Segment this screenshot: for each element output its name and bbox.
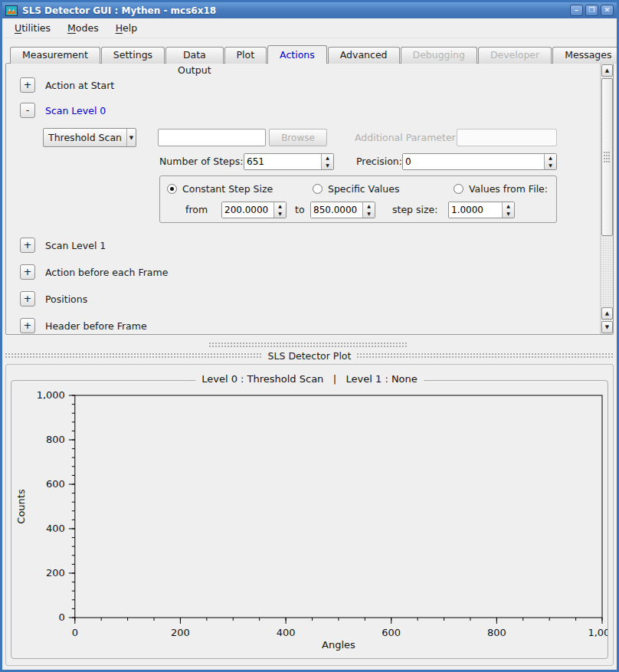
radio-label: Values from File:: [469, 183, 548, 195]
spin-down-icon[interactable]: ▼: [322, 162, 333, 169]
svg-text:200: 200: [46, 567, 65, 579]
spin-up-icon[interactable]: ▲: [503, 202, 514, 210]
svg-text:800: 800: [46, 434, 65, 445]
spin-down-icon[interactable]: ▼: [545, 162, 556, 169]
splitter-handle[interactable]: SLS Detector Plot: [2, 335, 617, 364]
expand-button[interactable]: +: [20, 77, 35, 93]
to-input[interactable]: [311, 202, 362, 218]
step-size-input[interactable]: [449, 202, 502, 218]
app-window: SLS Detector GUI : Mythen - mcs6x18 – ❐ …: [0, 0, 619, 672]
svg-text:800: 800: [487, 627, 506, 638]
tab-data-output[interactable]: Data Output: [165, 47, 223, 64]
tab-settings[interactable]: Settings: [101, 47, 165, 64]
plot-groupbox: Level 0 : Threshold Scan | Level 1 : Non…: [11, 380, 608, 659]
maximize-button[interactable]: ❐: [585, 5, 598, 16]
number-of-steps-input[interactable]: [244, 154, 321, 169]
svg-text:1,000: 1,000: [588, 627, 608, 638]
spin-up-icon[interactable]: ▲: [322, 154, 333, 162]
menu-utilities[interactable]: Utilities: [7, 20, 58, 36]
actions-tab-panel: + Action at Start - Scan Level 0 Thresho…: [5, 63, 614, 335]
section-label: Scan Level 0: [45, 105, 106, 116]
tab-debugging: Debugging: [401, 47, 477, 64]
to-label: to: [295, 202, 305, 218]
section-scan-level-1: + Scan Level 1: [20, 238, 106, 253]
spin-up-icon[interactable]: ▲: [545, 154, 556, 162]
tab-actions[interactable]: Actions: [267, 45, 327, 64]
section-action-at-start: + Action at Start: [20, 77, 114, 93]
spin-up-icon[interactable]: ▲: [274, 202, 286, 210]
radio-constant-step-size[interactable]: Constant Step Size: [167, 182, 273, 195]
browse-button: Browse: [269, 129, 327, 146]
minimize-button[interactable]: –: [570, 5, 583, 16]
radio-icon: [313, 184, 323, 194]
svg-text:0: 0: [59, 611, 65, 623]
svg-text:0: 0: [72, 627, 78, 638]
splitter-texture-right: [357, 353, 614, 359]
radio-specific-values[interactable]: Specific Values: [313, 182, 399, 195]
plot-panel: Level 0 : Threshold Scan | Level 1 : Non…: [5, 364, 614, 666]
radio-values-from-file[interactable]: Values from File:: [454, 182, 548, 195]
app-logo-icon: [5, 5, 18, 16]
expand-button[interactable]: +: [20, 318, 35, 333]
radio-icon: [167, 184, 177, 194]
splitter-texture-left: [5, 353, 262, 359]
svg-text:Counts: Counts: [15, 489, 27, 524]
window-title: SLS Detector GUI : Mythen - mcs6x18: [22, 5, 565, 16]
section-scan-level-0: - Scan Level 0: [20, 103, 106, 118]
section-action-before-each-frame: + Action before each Frame: [20, 264, 168, 280]
from-label: from: [185, 202, 208, 218]
spin-down-icon[interactable]: ▼: [274, 210, 286, 218]
section-positions: + Positions: [20, 291, 87, 306]
precision-spinbox: ▲▼: [402, 153, 557, 170]
scroll-up-button[interactable]: ▲: [601, 64, 613, 77]
detector-plot-canvas: 02004006008001,00002004006008001,000Angl…: [11, 381, 608, 658]
section-label: Scan Level 1: [45, 240, 106, 251]
from-input[interactable]: [222, 202, 273, 218]
scrollbar-thumb[interactable]: [601, 78, 613, 236]
expand-button[interactable]: +: [20, 291, 35, 306]
radio-label: Constant Step Size: [182, 183, 273, 195]
scan-mode-value: Threshold Scan: [44, 129, 126, 146]
expand-button[interactable]: +: [20, 238, 35, 253]
section-label: Positions: [45, 293, 87, 305]
scroll-down-button[interactable]: ▼: [601, 321, 613, 333]
spin-up-icon[interactable]: ▲: [363, 202, 375, 210]
svg-text:400: 400: [46, 523, 65, 534]
scan-mode-select[interactable]: Threshold Scan ▼: [43, 128, 136, 147]
collapse-button[interactable]: -: [20, 103, 35, 118]
tab-advanced[interactable]: Advanced: [328, 47, 400, 64]
step-size-label: step size:: [392, 202, 437, 218]
to-spinbox: ▲▼: [310, 202, 375, 218]
expand-button[interactable]: +: [20, 264, 35, 280]
scroll-up-button-2[interactable]: ▲: [601, 307, 613, 320]
section-label: Action before each Frame: [45, 267, 168, 278]
section-label: Header before Frame: [45, 320, 147, 332]
radio-icon: [454, 184, 463, 194]
tab-plot[interactable]: Plot: [224, 47, 267, 64]
plot-dock-title: SLS Detector Plot: [268, 350, 352, 362]
script-file-input[interactable]: [158, 129, 266, 146]
tab-messages[interactable]: Messages: [552, 47, 619, 64]
precision-input[interactable]: [403, 154, 544, 169]
spin-down-icon[interactable]: ▼: [363, 210, 375, 218]
chevron-down-icon: ▼: [126, 129, 136, 146]
section-header-before-frame: + Header before Frame: [20, 318, 147, 333]
tab-bar: MeasurementSettingsData OutputPlotAction…: [10, 45, 619, 64]
vertical-scrollbar[interactable]: ▲ ▲ ▼: [600, 64, 613, 334]
svg-text:Angles: Angles: [322, 639, 355, 651]
svg-text:1,000: 1,000: [37, 389, 65, 401]
menu-modes[interactable]: Modes: [60, 20, 106, 36]
menu-help[interactable]: Help: [108, 20, 146, 36]
tab-measurement[interactable]: Measurement: [10, 47, 100, 64]
spin-down-icon[interactable]: ▼: [503, 210, 514, 218]
svg-text:600: 600: [46, 478, 65, 490]
additional-parameter-input: [457, 129, 557, 146]
svg-text:200: 200: [171, 627, 190, 638]
precision-label: Precision:: [356, 153, 402, 170]
step-size-spinbox: ▲▼: [448, 202, 515, 218]
close-button[interactable]: ✕: [601, 5, 614, 16]
title-bar: SLS Detector GUI : Mythen - mcs6x18 – ❐ …: [2, 2, 617, 18]
radio-label: Specific Values: [328, 183, 399, 195]
scrollbar-grip-icon: [604, 152, 611, 162]
number-of-steps-label: Number of Steps:: [159, 153, 243, 170]
